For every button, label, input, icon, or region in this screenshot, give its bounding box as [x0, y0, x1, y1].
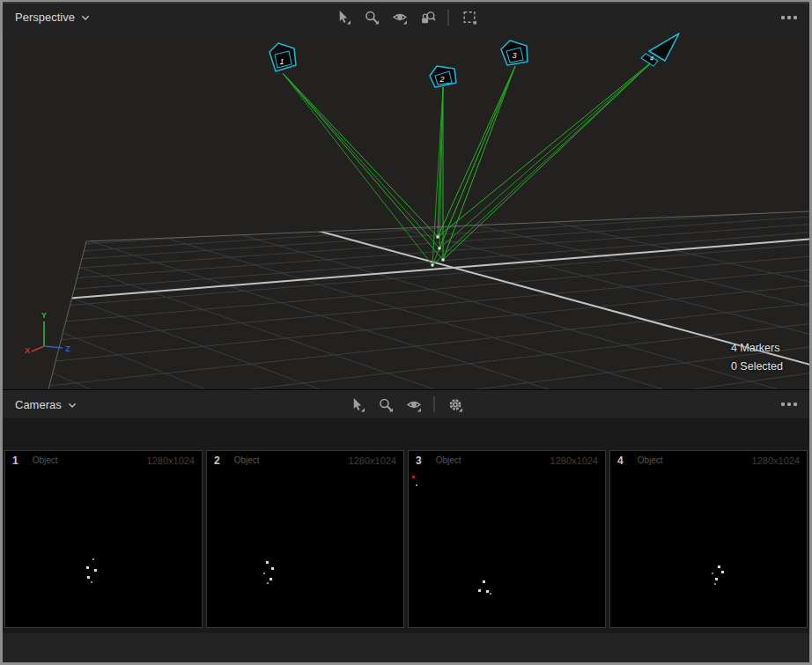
- chevron-down-icon: [81, 15, 90, 21]
- ellipsis-icon: [781, 403, 785, 406]
- camera-view-marker-dot: [483, 580, 485, 583]
- chevron-down-icon: [68, 403, 77, 409]
- camera-view-marker-dot: [91, 581, 92, 583]
- cameras-panel-footer: [3, 633, 809, 662]
- eye-visibility-button[interactable]: [390, 8, 410, 27]
- camera-view-marker-dot: [715, 578, 718, 580]
- camera-tile-header: 1Object1280x1024: [5, 451, 202, 469]
- cameras-toolbar: [348, 390, 465, 418]
- camera-3d-3[interactable]: 3: [501, 41, 528, 65]
- camera-3d-4[interactable]: 4: [641, 33, 679, 66]
- cameras-panel-body: 1Object1280x10242Object1280x10243Object1…: [3, 418, 809, 662]
- marquee-select-button[interactable]: [460, 8, 479, 27]
- perspective-toolbar: [334, 4, 479, 31]
- camera-view-marker-dot: [267, 582, 269, 584]
- settings-gear-icon: [447, 397, 462, 412]
- camera-view-marker-dot: [478, 589, 481, 592]
- camera-tile-number: 1: [12, 454, 18, 467]
- toolbar-separator: [448, 10, 449, 26]
- application-window: Perspective 1234YXZ 4 Markers 0 Selected…: [0, 0, 812, 665]
- marker-3d[interactable]: [432, 264, 434, 267]
- camera-view-marker-dot: [416, 484, 417, 486]
- camera-3d-1[interactable]: 1: [269, 43, 296, 71]
- eye-visibility-icon: [392, 10, 407, 25]
- zoom-magnifier-button[interactable]: [376, 395, 395, 414]
- camera-view-marker-dot: [266, 561, 269, 564]
- camera-tile-header: 2Object1280x1024: [207, 451, 403, 469]
- toolbar-separator: [434, 396, 435, 412]
- ground-grid: [3, 195, 809, 389]
- camera-tile-label: Object: [638, 455, 663, 465]
- grid-boundary: [48, 211, 809, 389]
- camera-view-marker-dot: [92, 558, 94, 560]
- settings-gear-button[interactable]: [446, 395, 465, 414]
- camera-view-marker-dot: [714, 583, 716, 585]
- perspective-view-selector[interactable]: Perspective: [15, 11, 90, 24]
- camera-tile-1[interactable]: 1Object1280x1024: [4, 450, 203, 628]
- camera-tile-resolution: 1280x1024: [752, 455, 800, 466]
- camera-view-marker-dot: [86, 566, 89, 569]
- perspective-title: Perspective: [15, 11, 75, 24]
- camera-view-marker-dot: [718, 565, 720, 568]
- camera-tile-header: 3Object1280x1024: [409, 451, 605, 469]
- zoom-magnifier-button[interactable]: [362, 8, 381, 27]
- camera-tile-label: Object: [234, 455, 260, 465]
- eye-visibility-icon: [406, 397, 421, 412]
- perspective-more-options-button[interactable]: [781, 16, 797, 19]
- zoom-magnifier-icon: [378, 397, 393, 412]
- eye-visibility-button[interactable]: [404, 395, 424, 414]
- selected-count-label: 0 Selected: [731, 358, 783, 376]
- camera-3d-number: 1: [279, 57, 284, 66]
- perspective-viewport[interactable]: 1234YXZ 4 Markers 0 Selected: [3, 31, 809, 389]
- zoom-lock-icon: [420, 10, 435, 25]
- camera-tile-number: 4: [617, 454, 624, 467]
- axis-y-label: Y: [41, 311, 47, 320]
- ellipsis-icon: [781, 16, 785, 19]
- cameras-more-options-button[interactable]: [781, 403, 797, 406]
- axis-z-label: Z: [65, 344, 70, 353]
- marker-3d[interactable]: [437, 236, 439, 239]
- camera-view-marker-dot: [87, 576, 90, 579]
- camera-view-marker-dot: [486, 590, 489, 593]
- perspective-panel-header: Perspective: [3, 4, 809, 31]
- camera-view-marker-dot: [721, 571, 724, 573]
- marker-3d[interactable]: [439, 248, 441, 250]
- camera-tile-label: Object: [436, 455, 461, 465]
- zoom-magnifier-icon: [364, 10, 379, 25]
- camera-tile-2[interactable]: 2Object1280x1024: [206, 450, 404, 628]
- camera-view-marker-dot: [712, 573, 713, 574]
- camera-view-marker-dot: [490, 593, 491, 595]
- camera-view-marker-red: [412, 476, 415, 478]
- camera-view-marker-dot: [94, 569, 97, 572]
- marquee-select-icon: [461, 10, 476, 25]
- camera-tile-resolution: 1280x1024: [550, 455, 598, 466]
- cameras-panel-header: Cameras: [3, 389, 809, 418]
- camera-tile-resolution: 1280x1024: [147, 455, 195, 466]
- camera-tile-label: Object: [33, 455, 58, 465]
- markers-count-label: 4 Markers: [731, 339, 783, 358]
- select-arrow-button[interactable]: [348, 395, 367, 414]
- camera-tile-number: 2: [214, 454, 220, 467]
- camera-tile-header: 4Object1280x1024: [610, 451, 807, 469]
- camera-3d-2[interactable]: 2: [430, 66, 456, 87]
- zoom-lock-button[interactable]: [418, 8, 438, 27]
- camera-3d-number: 4: [650, 55, 653, 62]
- camera-view-marker-dot: [263, 573, 265, 574]
- marker-3d[interactable]: [442, 259, 445, 262]
- perspective-3d-scene: 1234YXZ: [3, 31, 809, 389]
- cameras-title: Cameras: [15, 398, 62, 411]
- camera-tile-4[interactable]: 4Object1280x1024: [609, 450, 808, 628]
- camera-view-marker-dot: [271, 567, 274, 570]
- camera-tile-resolution: 1280x1024: [349, 455, 396, 466]
- select-arrow-button[interactable]: [334, 8, 353, 27]
- cameras-view-selector[interactable]: Cameras: [15, 398, 77, 411]
- camera-tiles-row: 1Object1280x10242Object1280x10243Object1…: [4, 450, 808, 628]
- camera-3d-number: 2: [439, 75, 444, 84]
- select-arrow-icon: [336, 10, 351, 25]
- camera-3d-number: 3: [512, 51, 516, 60]
- select-arrow-icon: [350, 397, 365, 412]
- camera-tile-number: 3: [416, 454, 422, 467]
- camera-view-marker-dot: [269, 578, 272, 580]
- camera-tile-3[interactable]: 3Object1280x1024: [408, 450, 606, 628]
- viewport-status: 4 Markers 0 Selected: [731, 339, 783, 376]
